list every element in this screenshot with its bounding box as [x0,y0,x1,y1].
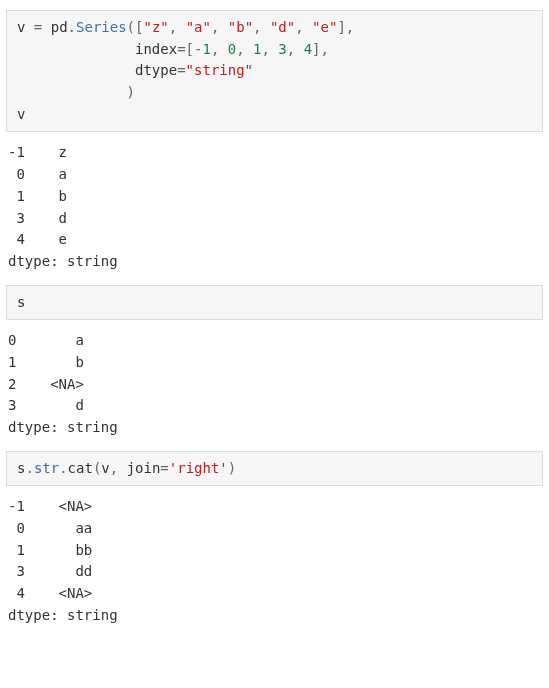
output-cell-3: 0 a 1 b 2 <NA> 3 d dtype: string [6,324,543,446]
document-root: v = pd.Series(["z", "a", "b", "d", "e"],… [6,10,543,635]
code-cell-2[interactable]: s [6,285,543,321]
output-cell-1: -1 z 0 a 1 b 3 d 4 e dtype: string [6,136,543,280]
code-cell-0[interactable]: v = pd.Series(["z", "a", "b", "d", "e"],… [6,10,543,132]
code-cell-4[interactable]: s.str.cat(v, join='right') [6,451,543,487]
output-cell-5: -1 <NA> 0 aa 1 bb 3 dd 4 <NA> dtype: str… [6,490,543,634]
